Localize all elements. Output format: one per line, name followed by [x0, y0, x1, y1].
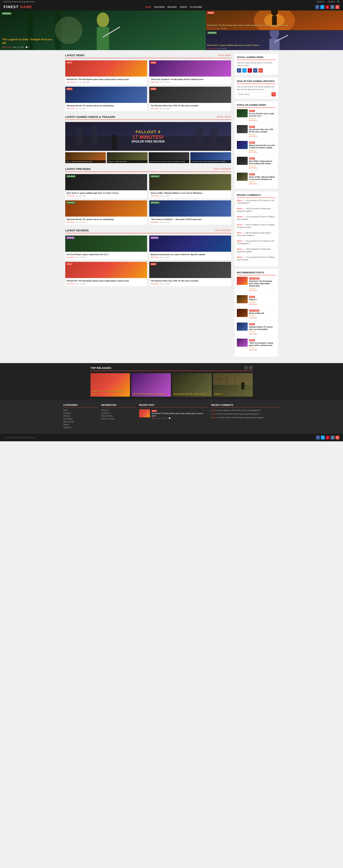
prev-arrow[interactable]: ‹: [244, 366, 248, 370]
review-card-2-img: REVIEWS: [149, 236, 231, 252]
video-thumb-1[interactable]: Fallout 4 Ultimate walkthrough and revie…: [65, 152, 106, 163]
footer-recent-item[interactable]: News Homefront: The Revolution gives awa…: [139, 409, 208, 419]
sidebar-facebook-icon[interactable]: f: [237, 68, 241, 73]
recommended-title-5: "Enter the Gungeon" arcade game will be …: [249, 342, 276, 346]
review-card-3[interactable]: NEWS HomeFront: The Revolution gives awa…: [65, 262, 147, 286]
see-all-previews[interactable]: See All Previews: [214, 168, 231, 170]
footer-recent-post: Recent Post News Homefront: The Revoluti…: [139, 404, 208, 429]
see-all-reviews[interactable]: See All Reviews: [215, 229, 231, 231]
search-icon[interactable]: 🔍: [337, 1, 339, 3]
recommended-item-5[interactable]: News "Enter the Gungeon" arcade game wil…: [237, 339, 276, 353]
nav-news[interactable]: NEWS: [145, 6, 151, 8]
footer-cat-videos[interactable]: Videos: [63, 424, 98, 426]
nav-previews[interactable]: PREVIEWS: [154, 6, 164, 8]
news-card-2-meta: Mike Dikow Jan. 12, 2016: [151, 81, 230, 83]
release-card-2[interactable]: "Enter the Gungeon" arcade game...: [131, 373, 171, 397]
footer-cat-reviews[interactable]: Reviews: [63, 415, 98, 417]
footer-info-terms[interactable]: Terms of Service: [101, 418, 135, 420]
twitter-icon[interactable]: t: [320, 5, 324, 9]
footer-comment-1: Albert on How relevant is PS4 release fo…: [211, 409, 280, 412]
preview-card-3[interactable]: PREVIEWS Quantum Break: PC system specs …: [65, 200, 147, 224]
sidebar-youtube-icon[interactable]: ▶: [258, 68, 263, 73]
popular-content-1: News Far Cry Primal's map is made from F…: [249, 109, 276, 121]
video-thumb-2[interactable]: Skyforge - Knight Class trailer: [107, 152, 148, 163]
nav-platforms[interactable]: PLATFORMS: [190, 6, 202, 8]
recommended-item-1[interactable]: Platforms Homefront: The Revolution give…: [237, 277, 276, 293]
release-card-4[interactable]: Fallout 4: [213, 373, 253, 397]
popular-item-3[interactable]: News Manual transmission as a part of Ne…: [237, 141, 276, 155]
nav-reviews[interactable]: REVIEWS: [167, 6, 177, 8]
footer-twitter-icon[interactable]: t: [321, 436, 325, 439]
vk-icon[interactable]: v: [331, 5, 334, 9]
news-card-1[interactable]: NEWS HomeFront: The Revolution gives awa…: [65, 60, 147, 85]
footer-pinterest-icon[interactable]: p: [326, 436, 330, 439]
preview-card-2[interactable]: PREVIEWS Gears of War: Ultimate Edition …: [149, 174, 231, 198]
facebook-icon[interactable]: f: [315, 5, 319, 9]
email-submit-button[interactable]: ✉: [272, 92, 276, 96]
footer-youtube-icon[interactable]: ▶: [336, 436, 339, 439]
review-card-2[interactable]: REVIEWS Manual transmission as a part of…: [149, 236, 231, 260]
about-link[interactable]: About Us: [317, 1, 324, 3]
popular-thumb-5: [237, 173, 248, 181]
see-all-videos[interactable]: See All Videos: [216, 116, 231, 118]
review-card-4[interactable]: NEWS The Division Xbox One, PS4, PC file…: [149, 262, 231, 286]
footer-information: Information About Us Contact Us Editoria…: [101, 404, 135, 429]
popular-item-1[interactable]: News Far Cry Primal's map is made from F…: [237, 109, 276, 123]
review-card-3-img: NEWS: [65, 262, 147, 278]
video-main[interactable]: Fallout 4 17 MINUTES! SPOILER FREE REVIE…: [65, 122, 231, 151]
latest-videos-section: Latest Gaming Videos & Trailers See All …: [65, 115, 231, 163]
popular-item-5[interactable]: News Gears of War: Ultimate Edition is o…: [237, 173, 276, 186]
preview-card-3-meta: Mike Dikow Jan. 12, 2016: [67, 221, 146, 223]
footer-cat-news[interactable]: News: [63, 409, 98, 411]
sidebar-pinterest-icon[interactable]: p: [248, 68, 252, 73]
hero-side-top[interactable]: NEWS Homefront: The Revolution gives awa…: [206, 10, 343, 30]
nav-videos[interactable]: VIDEOS: [180, 6, 187, 8]
sidebar-vk-icon[interactable]: v: [253, 68, 257, 73]
news-card-1-body: HomeFront: The Revolution gives away sin…: [65, 76, 147, 85]
review-card-1[interactable]: REVIEWS Far Cry Primal's map is made fro…: [65, 236, 147, 260]
footer-cat-recent[interactable]: Recent Posts: [63, 421, 98, 423]
next-arrow[interactable]: ›: [249, 366, 253, 370]
footer-cat-info[interactable]: Information: [63, 418, 98, 420]
video-thumb-4[interactable]: The Division trailer shows Nvidia exclus…: [190, 152, 231, 163]
video-thumb-3[interactable]: Mortal Kombat X: see every new DLC chara…: [149, 152, 189, 163]
footer-recent-comments: Recent Comments Albert on How relevant i…: [211, 404, 280, 429]
footer-info-editorial[interactable]: Editorial Policy: [101, 415, 135, 417]
footer-info-contact[interactable]: Contact Us: [101, 412, 135, 414]
news-card-4[interactable]: NEWS The Division Xbox One, PS4, PC file…: [149, 87, 231, 111]
contact-link[interactable]: Contacts: [328, 1, 335, 3]
footer-vk-icon[interactable]: v: [331, 436, 335, 439]
recommended-item-2[interactable]: News Fallout 4 ★★★★★ Mike Dikow: [237, 295, 276, 307]
svg-rect-21: [211, 128, 217, 145]
footer-facebook-icon[interactable]: f: [316, 436, 320, 439]
popular-thumb-1: [237, 109, 248, 117]
hero-side-bot[interactable]: PREVIEW Dark Souls 3: game walkthrough d…: [206, 30, 343, 50]
preview-card-1[interactable]: PREVIEWS Dark Souls 3: game walkthrough …: [65, 174, 147, 198]
popular-item-2[interactable]: News The Division Xbox One, PS4, PC file…: [237, 125, 276, 139]
pinterest-icon[interactable]: p: [325, 5, 329, 9]
popular-item-4[interactable]: News Mass Effect: Andromeda to miss holi…: [237, 157, 276, 171]
recommended-item-4[interactable]: News Quantum Break: PC system specs are …: [237, 322, 276, 337]
footer-cat-platforms[interactable]: Platforms: [63, 427, 98, 429]
release-card-3[interactable]: Quantum Break: PC system specs...: [172, 373, 212, 397]
news-card-2[interactable]: NEWS "Enter the Gungeon" arcade game wil…: [149, 60, 231, 85]
hero-main[interactable]: PREVIEW The Legend of Zelda: Twilight Pr…: [0, 10, 206, 50]
comment-4: David on Halo 5 multiplayer mode is avai…: [237, 224, 276, 230]
hero-sidebar: NEWS Homefront: The Revolution gives awa…: [206, 10, 343, 50]
footer-cat-previews[interactable]: Previews: [63, 412, 98, 414]
recommended-item-3[interactable]: Platforms World of Warcraft ★★★★☆ Mike D…: [237, 309, 276, 321]
review-card-1-img: REVIEWS: [65, 236, 147, 252]
email-input[interactable]: [237, 92, 271, 96]
preview-card-4-meta: Mike Dikow Jan. 12, 2016: [151, 221, 230, 223]
footer-comment-3: Steven on Gears of War: Ultimate Edition…: [211, 416, 280, 419]
sidebar-twitter-icon[interactable]: t: [242, 68, 247, 73]
preview-card-4[interactable]: PREVIEWS "Tom Clancy's Division" – the p…: [149, 200, 231, 224]
release-card-1[interactable]: Homefront: The Revolution gives away...: [91, 373, 130, 397]
youtube-icon[interactable]: ▶: [336, 5, 339, 9]
see-all-news[interactable]: See All News: [218, 54, 231, 56]
recommended-title-1: Homefront: The Revolution gives away sin…: [249, 280, 276, 287]
social-gaming-section: Social Gaming News Read the Latest Gamin…: [235, 54, 278, 75]
footer-info-about[interactable]: About Us: [101, 409, 135, 411]
video-game-title: Fallout 4: [131, 130, 165, 134]
news-card-3[interactable]: NEWS Quantum Break: PC system specs are …: [65, 87, 147, 111]
